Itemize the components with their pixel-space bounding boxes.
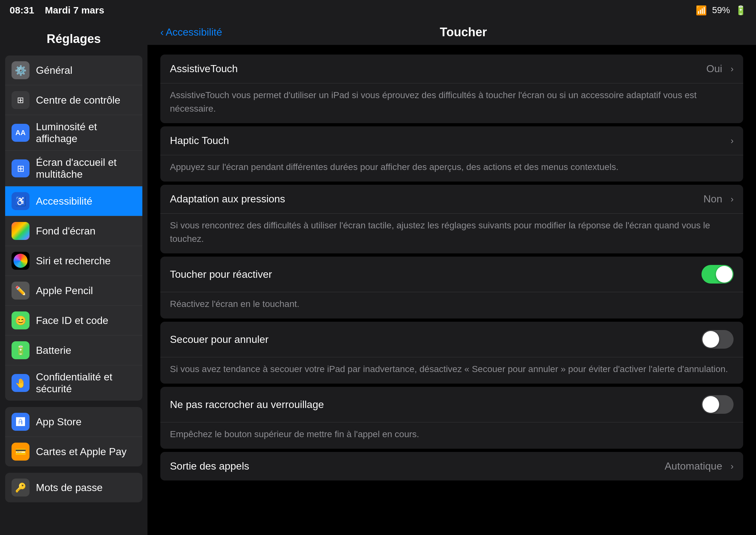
call-output-chevron-icon: ›	[731, 461, 734, 471]
pencil-icon: ✏️	[12, 282, 30, 299]
assistivetouch-value: Oui	[706, 63, 722, 75]
sidebar-item-siri[interactable]: Siri et recherche	[5, 246, 142, 276]
back-chevron-icon: ‹	[160, 26, 164, 38]
sidebar-item-label: Batterie	[36, 345, 71, 356]
privacy-icon: 🤚	[12, 374, 30, 392]
sidebar-item-wallet[interactable]: 💳 Cartes et Apple Pay	[5, 437, 142, 466]
wallet-icon: 💳	[12, 443, 30, 461]
haptic-touch-row[interactable]: Haptic Touch ›	[160, 127, 743, 155]
display-icon: AA	[12, 124, 30, 142]
haptic-touch-description: Appuyez sur l'écran pendant différentes …	[160, 155, 743, 182]
sidebar: Réglages ⚙️ Général ⊞ Centre de contrôle…	[0, 19, 148, 535]
sidebar-item-label: Accessibilité	[36, 195, 92, 207]
toggle-knob	[702, 331, 719, 348]
content-area: ‹ Accessibilité Toucher AssistiveTouch O…	[148, 19, 756, 535]
haptic-touch-group: Haptic Touch › Appuyez sur l'écran penda…	[160, 127, 743, 182]
siri-gradient	[14, 254, 28, 268]
sidebar-item-label: Mots de passe	[36, 482, 103, 493]
pressure-label: Adaptation aux pressions	[170, 193, 697, 205]
password-icon: 🔑	[12, 479, 30, 496]
sidebar-item-control-center[interactable]: ⊞ Centre de contrôle	[5, 85, 142, 115]
battery-icon: 🔋	[12, 341, 30, 359]
sidebar-item-general[interactable]: ⚙️ Général	[5, 55, 142, 85]
sidebar-item-label: Écran d'accueil et multitâche	[36, 156, 136, 180]
touch-reactivate-group: Toucher pour réactiver Réactivez l'écran…	[160, 257, 743, 319]
sidebar-item-label: Cartes et Apple Pay	[36, 446, 127, 458]
sidebar-item-label: Siri et recherche	[36, 255, 111, 267]
toggle-knob	[716, 266, 733, 283]
wallpaper-icon	[12, 222, 30, 240]
shake-group: Secouer pour annuler Si vous avez tendan…	[160, 322, 743, 383]
sidebar-item-appstore[interactable]: 🅰 App Store	[5, 407, 142, 437]
accessibility-icon: ♿	[12, 192, 30, 210]
hangup-toggle[interactable]	[701, 395, 734, 414]
touch-reactivate-label: Toucher pour réactiver	[170, 268, 695, 280]
sidebar-item-label: Apple Pencil	[36, 285, 93, 297]
hangup-description: Empêchez le bouton supérieur de mettre f…	[160, 422, 743, 449]
sidebar-item-wallpaper[interactable]: Fond d'écran	[5, 216, 142, 246]
haptic-touch-label: Haptic Touch	[170, 135, 722, 147]
pressure-row[interactable]: Adaptation aux pressions Non ›	[160, 185, 743, 213]
call-output-value: Automatique	[664, 460, 722, 472]
call-output-label: Sortie des appels	[170, 460, 658, 472]
faceid-icon: 😊	[12, 311, 30, 329]
status-time-date: 08:31 Mardi 7 mars	[10, 5, 104, 16]
sidebar-item-accessibility[interactable]: ♿ Accessibilité	[5, 186, 142, 216]
sidebar-item-label: Face ID et code	[36, 315, 108, 326]
pressure-description: Si vous rencontrez des difficultés à uti…	[160, 213, 743, 253]
toggle-knob	[702, 396, 719, 413]
sidebar-item-label: App Store	[36, 416, 81, 428]
home-icon: ⊞	[12, 159, 30, 177]
sidebar-group-1: ⚙️ Général ⊞ Centre de contrôle AA Lumin…	[5, 55, 142, 401]
call-output-row[interactable]: Sortie des appels Automatique ›	[160, 452, 743, 480]
battery-indicator: 59%	[712, 5, 730, 15]
sidebar-item-home[interactable]: ⊞ Écran d'accueil et multitâche	[5, 151, 142, 186]
assistivetouch-chevron-icon: ›	[731, 64, 734, 74]
hangup-group: Ne pas raccrocher au verrouillage Empêch…	[160, 387, 743, 449]
sidebar-item-display[interactable]: AA Luminosité et affichage	[5, 115, 142, 151]
sidebar-item-label: Confidentialité et sécurité	[36, 371, 136, 395]
assistivetouch-label: AssistiveTouch	[170, 63, 700, 75]
siri-icon	[12, 252, 30, 270]
content-body: AssistiveTouch Oui › AssistiveTouch vous…	[148, 45, 756, 493]
pressure-group: Adaptation aux pressions Non › Si vous r…	[160, 185, 743, 253]
sidebar-item-label: Général	[36, 65, 72, 76]
shake-description: Si vous avez tendance à secouer votre iP…	[160, 357, 743, 383]
sidebar-group-3: 🔑 Mots de passe	[5, 473, 142, 502]
touch-reactivate-description: Réactivez l'écran en le touchant.	[160, 292, 743, 319]
pressure-chevron-icon: ›	[731, 194, 734, 204]
appstore-icon: 🅰	[12, 413, 30, 431]
back-button[interactable]: ‹ Accessibilité	[160, 26, 222, 38]
hangup-label: Ne pas raccrocher au verrouillage	[170, 399, 695, 410]
shake-label: Secouer pour annuler	[170, 334, 695, 346]
touch-reactivate-row[interactable]: Toucher pour réactiver	[160, 257, 743, 292]
sidebar-item-privacy[interactable]: 🤚 Confidentialité et sécurité	[5, 365, 142, 401]
sidebar-item-label: Fond d'écran	[36, 225, 95, 237]
sidebar-title: Réglages	[0, 26, 148, 55]
call-output-group: Sortie des appels Automatique ›	[160, 452, 743, 480]
content-title: Toucher	[222, 25, 705, 39]
haptic-touch-chevron-icon: ›	[731, 136, 734, 146]
sidebar-item-pencil[interactable]: ✏️ Apple Pencil	[5, 276, 142, 306]
main-layout: Réglages ⚙️ Général ⊞ Centre de contrôle…	[0, 19, 756, 535]
status-bar: 08:31 Mardi 7 mars 📶 59% 🔋	[0, 0, 756, 19]
battery-icon: 🔋	[735, 5, 746, 16]
sidebar-item-battery[interactable]: 🔋 Batterie	[5, 335, 142, 365]
hangup-row[interactable]: Ne pas raccrocher au verrouillage	[160, 387, 743, 422]
status-indicators: 📶 59% 🔋	[696, 5, 746, 16]
content-header: ‹ Accessibilité Toucher	[148, 19, 756, 45]
shake-row[interactable]: Secouer pour annuler	[160, 322, 743, 357]
general-icon: ⚙️	[12, 61, 30, 79]
assistivetouch-description: AssistiveTouch vous permet d'utiliser un…	[160, 83, 743, 123]
assistivetouch-group: AssistiveTouch Oui › AssistiveTouch vous…	[160, 55, 743, 123]
back-label: Accessibilité	[166, 26, 222, 38]
sidebar-item-password[interactable]: 🔑 Mots de passe	[5, 473, 142, 502]
wifi-icon: 📶	[696, 5, 707, 16]
shake-toggle[interactable]	[701, 330, 734, 349]
sidebar-item-faceid[interactable]: 😊 Face ID et code	[5, 306, 142, 335]
sidebar-group-2: 🅰 App Store 💳 Cartes et Apple Pay	[5, 407, 142, 466]
control-center-icon: ⊞	[12, 91, 30, 109]
pressure-value: Non	[703, 193, 722, 205]
assistivetouch-row[interactable]: AssistiveTouch Oui ›	[160, 55, 743, 83]
touch-reactivate-toggle[interactable]	[701, 265, 734, 284]
